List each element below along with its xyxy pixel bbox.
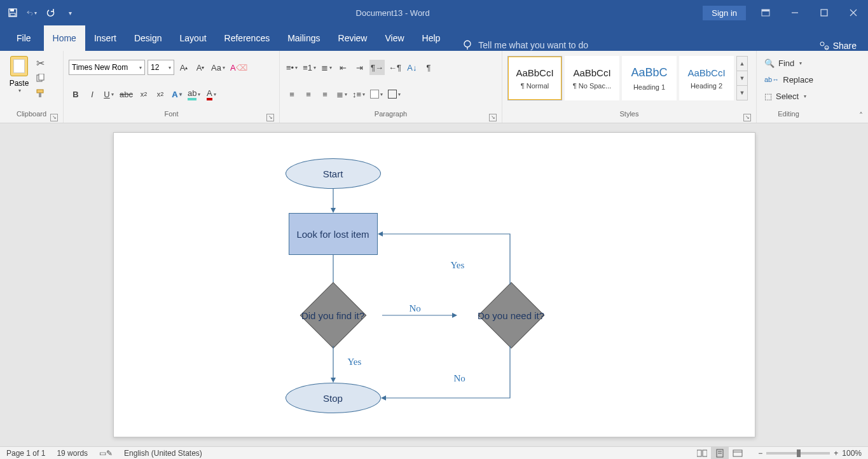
status-language[interactable]: English (United States): [124, 449, 202, 458]
tab-references[interactable]: References: [216, 25, 279, 51]
flowchart-start[interactable]: Start: [286, 158, 381, 189]
flowchart-look[interactable]: Look for lost item: [289, 213, 378, 255]
numbering-icon[interactable]: ≡1▾: [301, 60, 317, 75]
read-mode-icon[interactable]: [693, 447, 711, 460]
italic-button[interactable]: I: [85, 86, 99, 102]
bold-button[interactable]: B: [69, 86, 83, 102]
style-name: ¶ No Spac...: [573, 82, 611, 90]
highlight-icon[interactable]: ab▾: [186, 86, 202, 102]
clipboard-launcher-icon[interactable]: ↘: [50, 114, 58, 121]
tab-insert[interactable]: Insert: [85, 25, 125, 51]
rtl-icon[interactable]: ←¶: [387, 60, 403, 75]
styles-launcher-icon[interactable]: ↘: [743, 114, 751, 121]
text-effects-icon[interactable]: A▾: [170, 86, 184, 102]
tab-review[interactable]: Review: [329, 25, 376, 51]
paragraph-launcher-icon[interactable]: ↘: [489, 114, 497, 121]
share-label: Share: [833, 41, 857, 51]
page[interactable]: Start Look for lost item Did you find it…: [113, 132, 755, 437]
subscript-button[interactable]: x2: [137, 86, 151, 102]
proofing-icon[interactable]: ▭✎: [99, 449, 113, 458]
change-case-icon[interactable]: Aa▾: [210, 60, 226, 75]
tab-view[interactable]: View: [376, 25, 413, 51]
clear-formatting-icon[interactable]: A⌫: [229, 60, 249, 75]
svg-point-12: [825, 46, 829, 50]
font-launcher-icon[interactable]: ↘: [266, 114, 274, 121]
align-center-icon[interactable]: ≡: [301, 86, 315, 102]
align-right-icon[interactable]: ≡: [318, 86, 332, 102]
copy-icon[interactable]: [34, 72, 46, 84]
styles-scroll: ▲ ▼ ▼: [736, 56, 748, 100]
font-name-combo[interactable]: Times New Rom▾: [69, 60, 145, 75]
shading-icon[interactable]: ▾: [369, 86, 384, 102]
show-marks-icon[interactable]: ¶: [422, 60, 436, 75]
style-preview: AaBbCcI: [516, 67, 553, 78]
format-painter-icon[interactable]: [34, 88, 46, 99]
zoom-in-icon[interactable]: +: [834, 449, 838, 458]
tab-design[interactable]: Design: [125, 25, 171, 51]
qat-customize-icon[interactable]: ▾: [65, 8, 75, 18]
signin-button[interactable]: Sign in: [703, 6, 746, 20]
tab-mailings[interactable]: Mailings: [279, 25, 329, 51]
multilevel-list-icon[interactable]: ≣▾: [320, 60, 334, 75]
find-button[interactable]: 🔍Find▾: [762, 55, 815, 71]
web-layout-icon[interactable]: [729, 447, 747, 460]
styles-scroll-up-icon[interactable]: ▲: [737, 57, 747, 71]
close-icon[interactable]: [839, 0, 868, 25]
flowchart-need-decision[interactable]: Do you need it?: [457, 282, 565, 349]
tell-me-search[interactable]: Tell me what you want to do: [462, 39, 588, 51]
flowchart-stop[interactable]: Stop: [286, 383, 381, 413]
status-page[interactable]: Page 1 of 1: [6, 449, 45, 458]
ltr-icon[interactable]: ¶→: [369, 60, 385, 75]
paste-button[interactable]: Paste ▾: [5, 53, 33, 110]
borders-icon[interactable]: ▾: [387, 86, 402, 102]
paste-label: Paste: [10, 79, 29, 88]
select-button[interactable]: ⬚Select▾: [762, 88, 815, 104]
align-left-icon[interactable]: ≡: [285, 86, 299, 102]
tab-help[interactable]: Help: [413, 25, 450, 51]
superscript-button[interactable]: x2: [153, 86, 167, 102]
zoom-out-icon[interactable]: −: [758, 449, 762, 458]
minimize-icon[interactable]: [780, 0, 809, 25]
print-layout-icon[interactable]: [711, 447, 729, 460]
status-words[interactable]: 19 words: [57, 449, 88, 458]
font-size-combo[interactable]: 12▾: [148, 60, 174, 75]
line-spacing-icon[interactable]: ↕≡▾: [351, 86, 366, 102]
collapse-ribbon-icon[interactable]: ˄: [859, 111, 863, 120]
underline-button[interactable]: U▾: [102, 86, 116, 102]
style-heading-2[interactable]: AaBbCcI Heading 2: [679, 56, 734, 100]
maximize-icon[interactable]: [809, 0, 839, 25]
increase-indent-icon[interactable]: ⇥: [353, 60, 367, 75]
share-button[interactable]: Share: [819, 41, 857, 51]
flowchart-find-decision[interactable]: Did you find it?: [279, 282, 387, 349]
style-heading-1[interactable]: AaBbC Heading 1: [622, 56, 677, 100]
flowchart-look-label: Look for lost item: [296, 229, 369, 240]
strikethrough-button[interactable]: abc: [118, 86, 134, 102]
decrease-indent-icon[interactable]: ⇤: [336, 60, 350, 75]
styles-more-icon[interactable]: ▼: [737, 86, 747, 100]
tab-file[interactable]: File: [8, 25, 40, 51]
zoom-value[interactable]: 100%: [842, 449, 862, 458]
decrease-font-icon[interactable]: A▾: [193, 60, 207, 75]
ribbon-display-options-icon[interactable]: [751, 0, 780, 25]
redo-icon[interactable]: [46, 8, 56, 18]
font-color-icon[interactable]: A▾: [204, 86, 218, 102]
replace-button[interactable]: ab↔Replace: [762, 71, 815, 88]
group-styles-label: Styles: [620, 110, 639, 118]
document-area[interactable]: Start Look for lost item Did you find it…: [0, 123, 868, 446]
svg-marker-22: [452, 313, 457, 318]
zoom-slider[interactable]: [766, 452, 830, 455]
justify-icon[interactable]: ≣▾: [334, 86, 348, 102]
sort-icon[interactable]: A↓: [405, 60, 419, 75]
style-no-spacing[interactable]: AaBbCcI ¶ No Spac...: [565, 56, 619, 100]
cut-icon[interactable]: ✂: [34, 57, 46, 69]
save-icon[interactable]: [8, 8, 18, 18]
style-normal[interactable]: AaBbCcI ¶ Normal: [507, 56, 562, 100]
styles-scroll-down-icon[interactable]: ▼: [737, 71, 747, 86]
bullets-icon[interactable]: ≡•▾: [285, 60, 299, 75]
tab-layout[interactable]: Layout: [171, 25, 216, 51]
increase-font-icon[interactable]: A▴: [177, 60, 191, 75]
replace-label: Replace: [783, 75, 813, 85]
tab-home[interactable]: Home: [44, 25, 85, 51]
undo-icon[interactable]: ▾: [27, 8, 37, 18]
share-icon: [819, 41, 829, 51]
